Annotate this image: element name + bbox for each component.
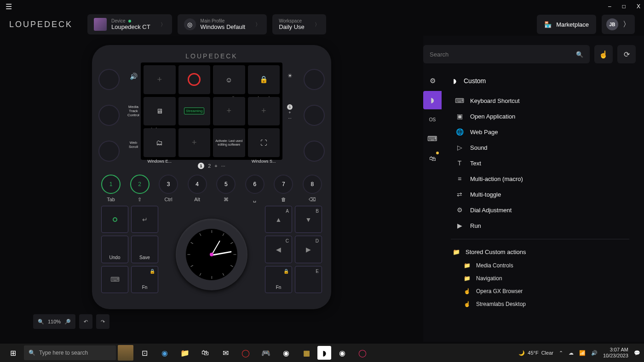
refresh-button[interactable]: ⟳ [617, 45, 636, 63]
screen-tile[interactable]: Activate: Last used editing software [213, 128, 245, 157]
tray-wifi-icon[interactable]: 📶 [579, 350, 586, 356]
dial-right-2[interactable] [304, 105, 325, 126]
dial-left-2[interactable] [98, 105, 120, 126]
square-button[interactable]: ▶D [295, 236, 322, 263]
taskbar-app-loupedeck[interactable]: ◗ [317, 346, 331, 360]
round-button-6[interactable]: 6 [245, 175, 264, 194]
action-item[interactable]: ≡Multi-action (macro) [446, 171, 634, 187]
square-button[interactable]: Fn🔒 [265, 266, 292, 293]
round-button-1[interactable]: 1 [101, 175, 121, 194]
search-icon[interactable]: 🔍 [576, 51, 583, 58]
action-item[interactable]: TText [446, 155, 634, 171]
weather-widget[interactable]: 🌙 45°F Clear [518, 350, 553, 356]
notifications-icon[interactable]: 💬 [634, 350, 640, 356]
round-button-5[interactable]: 5 [216, 175, 236, 194]
page-add[interactable]: + [214, 163, 217, 169]
square-button[interactable]: Fn🔒 [131, 266, 158, 293]
taskbar-search[interactable]: 🔍 Type here to search [24, 345, 116, 360]
side-volume-icon[interactable]: 🔊 [126, 73, 141, 80]
redo-button[interactable]: ↷ [101, 319, 105, 325]
dial-left-1[interactable] [98, 69, 120, 90]
square-button[interactable]: E [295, 266, 322, 293]
app-menu-button[interactable]: ☰ [4, 0, 14, 13]
workspace-selector[interactable]: Workspace Daily Use 〉 [272, 14, 326, 34]
device-selector[interactable]: Device Loupedeck CT 〉 [87, 14, 172, 34]
screen-tile[interactable]: 🗂Windows E... [144, 128, 176, 157]
wheel-dial[interactable] [176, 219, 247, 290]
screen-tile[interactable]: 🔒Lock Works... [248, 65, 280, 94]
screen-tile[interactable]: Opera GX B... [178, 65, 211, 94]
tray-expand-icon[interactable]: ⌃ [559, 350, 563, 356]
side-brightness-icon[interactable]: ☀ [282, 73, 297, 79]
screen-tile[interactable]: Streaming [178, 97, 211, 126]
square-button[interactable]: ▼B [295, 206, 322, 233]
dial-right-3[interactable] [304, 141, 325, 162]
side-label-scroll[interactable]: Web Scroll [126, 141, 141, 149]
stored-actions-header[interactable]: 📁 Stored Custom actions [446, 245, 634, 259]
taskbar-app-opera[interactable]: ◯ [236, 344, 255, 362]
profile-selector[interactable]: ◎ Main Profile Windows Default 〉 [178, 14, 267, 34]
taskbar-clock[interactable]: 3:07 AM 10/23/2023 [603, 347, 628, 359]
round-button-2[interactable]: 2 [130, 175, 150, 194]
marketplace-button[interactable]: 🏪 Marketplace [537, 15, 596, 34]
dial-left-3[interactable] [98, 141, 120, 162]
action-item[interactable]: ▣Open Application [446, 108, 634, 124]
round-button-4[interactable]: 4 [188, 175, 207, 194]
square-button[interactable]: ▲A [265, 206, 292, 233]
tray-volume-icon[interactable]: 🔊 [591, 350, 598, 356]
action-item[interactable]: ⌨Keyboard Shortcut [446, 93, 634, 108]
screen-tile[interactable]: 🖥Windows D... [144, 97, 176, 126]
screen-tile[interactable]: + [178, 128, 211, 157]
action-item[interactable]: ▷Sound [446, 140, 634, 155]
tab-adjustments[interactable]: ⚙ [423, 72, 442, 90]
screen-tile[interactable]: ☺Emoji [213, 65, 245, 94]
search-box[interactable]: 🔍 [423, 45, 590, 63]
side-label-media[interactable]: Media Track Control [126, 105, 141, 117]
zoom-out-button[interactable]: 🔍 [38, 319, 44, 325]
square-button[interactable]: ⌨ [101, 266, 128, 293]
stored-item[interactable]: ☝Streamlabs Desktop [446, 298, 634, 311]
stored-item[interactable]: 📁Navigation [446, 272, 634, 285]
filter-button[interactable]: ☝ [594, 45, 613, 63]
search-input[interactable] [430, 51, 576, 58]
action-item[interactable]: 🌐Web Page [446, 124, 634, 140]
task-view-button[interactable]: ⊡ [135, 344, 154, 362]
taskbar-app-steam[interactable]: ◉ [333, 344, 351, 362]
zoom-in-button[interactable]: 🔎 [64, 319, 71, 325]
page-more[interactable]: ··· [221, 163, 225, 169]
wheel-screen[interactable] [186, 229, 237, 280]
round-button-8[interactable]: 8 [303, 175, 322, 194]
tab-custom[interactable]: ◗ [423, 91, 442, 109]
square-button[interactable]: ◀C [265, 236, 292, 263]
page-1[interactable]: 1 [198, 163, 204, 169]
user-menu[interactable]: JB 〉 [602, 15, 635, 34]
screen-pager[interactable]: 1 2 + ··· [92, 163, 331, 169]
screen-tile[interactable]: ⛶Windows S... [248, 128, 280, 157]
round-button-7[interactable]: 7 [274, 175, 293, 194]
square-button[interactable]: Undo [101, 236, 128, 263]
tab-os[interactable]: OS [423, 110, 442, 129]
taskbar-app-notes[interactable]: ▦ [297, 344, 316, 362]
square-button[interactable]: Save [131, 236, 158, 263]
round-button-3[interactable]: 3 [159, 175, 178, 194]
taskbar-app-game[interactable]: 🎮 [257, 344, 275, 362]
stored-item[interactable]: ☝Opera GX Browser [446, 285, 634, 298]
action-item[interactable]: ⇄Multi-toggle [446, 187, 634, 202]
tray-onedrive-icon[interactable]: ☁ [569, 350, 574, 356]
page-2[interactable]: 2 [208, 163, 211, 169]
action-item[interactable]: ▶Run [446, 218, 634, 233]
taskbar-app-operagx[interactable]: ◯ [353, 344, 372, 362]
taskbar-app-edge[interactable]: ◉ [155, 344, 174, 362]
square-button[interactable]: ↵ [131, 206, 158, 233]
tab-plugins[interactable]: 🛍 [423, 149, 442, 167]
minimize-button[interactable]: – [608, 3, 611, 10]
screen-tile[interactable]: + [213, 97, 245, 126]
maximize-button[interactable]: □ [622, 3, 626, 10]
taskbar-app-mail[interactable]: ✉ [216, 344, 235, 362]
close-button[interactable]: X [637, 3, 640, 10]
action-item[interactable]: ⚙Dial Adjustment [446, 202, 634, 218]
square-button[interactable] [101, 206, 128, 233]
side-pager[interactable]: 1 + ··· [282, 104, 297, 121]
cortana-button[interactable] [118, 345, 133, 361]
taskbar-app-chrome[interactable]: ◉ [277, 344, 295, 362]
